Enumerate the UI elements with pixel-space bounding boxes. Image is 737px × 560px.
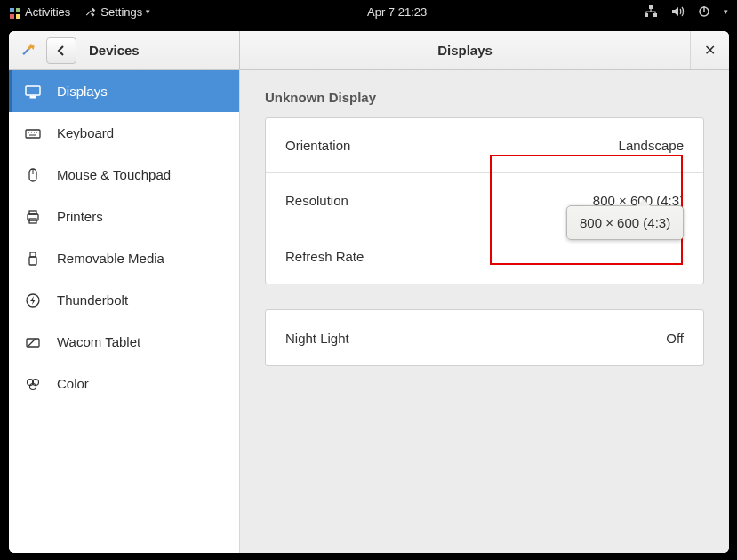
clock[interactable]: Apr 7 21:23 [150,5,644,19]
activities-label: Activities [25,5,70,19]
night-light-value: Off [666,331,684,346]
titlebar-category: Devices [89,43,140,58]
svg-rect-2 [10,14,14,19]
tablet-icon [25,334,41,350]
sidebar-item-printers[interactable]: Printers [9,196,239,237]
close-icon: ✕ [704,42,716,59]
dropdown-option[interactable]: 800 × 600 (4:3) [580,215,670,230]
page-title: Displays [240,43,690,58]
svg-rect-1 [16,8,20,12]
chevron-down-icon: ▾ [146,7,150,16]
activities-icon [9,5,21,18]
printer-icon [25,209,41,225]
power-icon[interactable] [697,4,711,20]
sidebar-item-keyboard[interactable]: Keyboard [9,112,239,154]
sidebar-item-removable[interactable]: Removable Media [9,237,239,279]
refresh-rate-label: Refresh Rate [285,249,364,264]
usb-icon [25,251,41,267]
night-light-card: Night Light Off [265,309,704,366]
back-button[interactable] [46,37,76,64]
sidebar-item-label: Displays [57,84,108,99]
sidebar-item-label: Thunderbolt [57,292,128,308]
settings-menu[interactable]: Settings ▾ [84,4,150,19]
svg-rect-3 [16,14,20,19]
sidebar-item-label: Mouse & Touchpad [57,167,171,182]
settings-window: Devices Displays ✕ Displays Keyboard Mou… [9,31,729,553]
sidebar: Displays Keyboard Mouse & Touchpad Print… [9,70,240,553]
svg-rect-4 [649,5,653,9]
keyboard-icon [25,125,41,141]
orientation-row[interactable]: Orientation Landscape [266,118,703,173]
sidebar-item-color[interactable]: Color [9,363,239,404]
orientation-label: Orientation [285,138,350,153]
color-icon [25,376,41,392]
sidebar-item-label: Removable Media [57,251,164,266]
close-button[interactable]: ✕ [690,31,729,69]
sidebar-item-displays[interactable]: Displays [9,70,239,112]
sidebar-item-mouse[interactable]: Mouse & Touchpad [9,154,239,196]
mouse-icon [25,167,41,183]
settings-icon [84,4,97,19]
orientation-value: Landscape [619,138,684,153]
svg-rect-9 [26,86,40,95]
sidebar-item-label: Color [57,376,89,391]
svg-rect-23 [29,257,36,265]
settings-label: Settings [100,5,142,19]
resolution-dropdown[interactable]: 800 × 600 (4:3) [566,205,684,240]
svg-line-26 [28,339,36,346]
chevron-down-icon[interactable]: ▾ [724,7,728,16]
activities-button[interactable]: Activities [9,5,70,19]
thunderbolt-icon [25,292,41,308]
display-icon [25,84,41,100]
sidebar-item-thunderbolt[interactable]: Thunderbolt [9,279,239,321]
network-icon[interactable] [644,4,658,20]
sidebar-item-label: Printers [57,209,103,224]
topbar: Activities Settings ▾ Apr 7 21:23 ▾ [0,0,737,23]
svg-rect-10 [30,96,36,98]
volume-icon[interactable] [670,4,685,20]
svg-rect-0 [10,8,14,12]
display-name: Unknown Display [265,90,704,105]
titlebar: Devices Displays ✕ [9,31,729,70]
svg-rect-5 [645,13,648,17]
sidebar-item-label: Wacom Tablet [57,334,140,349]
svg-rect-11 [26,130,40,138]
svg-rect-22 [30,252,36,257]
chevron-left-icon [56,45,67,56]
sidebar-item-wacom[interactable]: Wacom Tablet [9,321,239,363]
svg-rect-6 [653,13,657,17]
resolution-label: Resolution [285,193,348,208]
content-area: Unknown Display Orientation Landscape Re… [240,70,729,553]
night-light-row[interactable]: Night Light Off [266,310,703,365]
tools-icon [16,43,41,59]
svg-rect-20 [29,211,36,214]
night-light-label: Night Light [285,331,349,346]
sidebar-item-label: Keyboard [57,125,114,140]
